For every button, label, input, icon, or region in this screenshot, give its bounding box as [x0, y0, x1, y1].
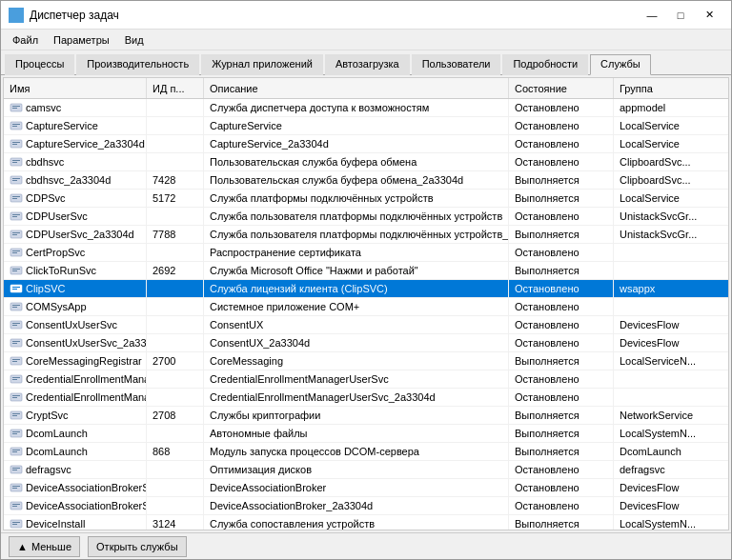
svg-rect-35 [12, 287, 20, 288]
svg-rect-11 [12, 142, 20, 143]
tab-services[interactable]: Службы [590, 54, 651, 75]
cell-status: Выполняется [509, 352, 614, 370]
svg-rect-21 [12, 198, 17, 199]
cell-status: Остановлено [509, 135, 614, 152]
minimize-button[interactable]: — [638, 6, 666, 25]
cell-desc: Служба диспетчера доступа к возможностям [204, 99, 509, 116]
cell-pid [147, 280, 204, 297]
cell-desc: CoreMessaging [204, 352, 509, 370]
cell-status: Остановлено [509, 479, 614, 496]
cell-desc: Пользовательская служба буфера обмена_2a… [204, 171, 509, 189]
table-row[interactable]: ClickToRunSvc 2692 Служба Microsoft Offi… [4, 262, 728, 280]
svg-rect-68 [12, 486, 20, 487]
cell-pid: 2708 [147, 407, 204, 424]
menu-view[interactable]: Вид [117, 32, 152, 48]
table-row[interactable]: ConsentUxUserSvc_2a3304d ConsentUX_2a330… [4, 334, 728, 352]
cell-pid [147, 117, 204, 134]
table-row[interactable]: cbdhsvc Пользовательская служба буфера о… [4, 153, 728, 171]
cell-group: DcomLaunch [614, 443, 728, 460]
cell-name: CDPUserSvc [4, 208, 147, 225]
cell-name: DcomLaunch [4, 425, 147, 442]
col-header-status[interactable]: Состояние [509, 78, 614, 98]
services-table-body[interactable]: camsvc Служба диспетчера доступа к возмо… [4, 99, 728, 530]
svg-rect-51 [12, 379, 17, 380]
col-header-desc[interactable]: Описание [204, 78, 509, 98]
table-row[interactable]: DeviceAssociationBrokerSvc... DeviceAsso… [4, 497, 728, 515]
tab-performance[interactable]: Производительность [76, 54, 199, 75]
cell-status: Выполняется [509, 407, 614, 424]
tab-details[interactable]: Подробности [502, 54, 588, 75]
table-row[interactable]: CDPUserSvc Служба пользователя платформы… [4, 208, 728, 226]
table-row[interactable]: camsvc Служба диспетчера доступа к возмо… [4, 99, 728, 117]
svg-rect-48 [12, 361, 17, 362]
svg-rect-44 [12, 341, 20, 342]
table-row[interactable]: CredentialEnrollmentMana... CredentialEn… [4, 370, 728, 389]
tab-startup[interactable]: Автозагрузка [325, 54, 410, 75]
service-icon [10, 336, 23, 350]
menu-parameters[interactable]: Параметры [46, 32, 117, 48]
svg-rect-60 [12, 433, 17, 434]
tab-processes[interactable]: Процессы [5, 54, 74, 75]
cell-pid [147, 461, 204, 478]
cell-group: DevicesFlow [614, 334, 728, 351]
col-header-group[interactable]: Группа [614, 78, 728, 98]
svg-rect-20 [12, 196, 20, 197]
cell-name: CDPUserSvc_2a3304d [4, 226, 147, 243]
table-row[interactable]: DeviceAssociationBrokerSvc DeviceAssocia… [4, 479, 728, 497]
table-row[interactable]: COMSysApp Системное приложение COM+ Оста… [4, 298, 728, 316]
svg-rect-1 [17, 10, 22, 14]
cell-desc: Служба сопоставления устройств [204, 515, 509, 530]
table-row[interactable]: CoreMessagingRegistrar 2700 CoreMessagin… [4, 352, 728, 370]
table-row[interactable]: CDPSvc 5172 Служба платформы подключённы… [4, 190, 728, 208]
cell-name: DeviceAssociationBrokerSvc [4, 479, 147, 496]
table-row[interactable]: CDPUserSvc_2a3304d 7788 Служба пользоват… [4, 226, 728, 244]
cell-desc: CredentialEnrollmentManagerUserSvc [204, 370, 509, 388]
service-icon [10, 173, 23, 187]
menu-file[interactable]: Файл [5, 32, 46, 48]
cell-group: appmodel [614, 99, 728, 116]
cell-name: camsvc [4, 99, 147, 116]
chevron-down-icon: ▲ [17, 541, 28, 552]
open-services-label: Открыть службы [96, 541, 178, 552]
service-icon [10, 101, 23, 114]
table-row[interactable]: DcomLaunch Автономные файлы Выполняется … [4, 425, 728, 443]
table-row[interactable]: defragsvc Оптимизация дисков Остановлено… [4, 461, 728, 479]
minimize-view-button[interactable]: ▲ Меньше [9, 536, 80, 557]
table-row[interactable]: DcomLaunch 868 Модуль запуска процессов … [4, 443, 728, 461]
cell-pid: 7428 [147, 171, 204, 189]
maximize-button[interactable]: □ [666, 6, 695, 25]
cell-name: DeviceInstall [4, 515, 147, 530]
table-row[interactable]: CredentialEnrollmentMana... CredentialEn… [4, 389, 728, 407]
col-header-pid[interactable]: ИД п... [147, 78, 204, 98]
cell-pid [147, 244, 204, 261]
table-row[interactable]: DeviceInstall 3124 Служба сопоставления … [4, 515, 728, 530]
cell-pid [147, 497, 204, 514]
table-row[interactable]: CaptureService CaptureService Остановлен… [4, 117, 728, 135]
app-icon [9, 8, 24, 23]
cell-status: Остановлено [509, 370, 614, 388]
title-bar-left: Диспетчер задач [9, 8, 119, 23]
table-row[interactable]: CertPropSvc Распространение сертификата … [4, 244, 728, 262]
open-services-button[interactable]: Открыть службы [88, 536, 187, 557]
table-row[interactable]: ClipSVC Служба лицензий клиента (ClipSVC… [4, 280, 728, 298]
tabs-bar: Процессы Производительность Журнал прило… [1, 50, 731, 75]
svg-rect-17 [12, 178, 20, 179]
cell-desc: Модуль запуска процессов DCOM-сервера [204, 443, 509, 460]
service-icon [10, 228, 23, 241]
col-header-name[interactable]: Имя [4, 78, 147, 98]
table-row[interactable]: CaptureService_2a3304d CaptureService_2a… [4, 135, 728, 153]
cell-name: CryptSvc [4, 407, 147, 424]
svg-rect-66 [12, 470, 17, 470]
table-row[interactable]: CryptSvc 2708 Службы криптографии Выполн… [4, 407, 728, 425]
cell-pid [147, 298, 204, 315]
table-row[interactable]: ConsentUxUserSvc ConsentUX Остановлено D… [4, 316, 728, 334]
cell-group: LocalService [614, 190, 728, 207]
cell-status: Выполняется [509, 190, 614, 207]
tab-app-history[interactable]: Журнал приложений [201, 54, 323, 75]
close-button[interactable]: ✕ [695, 6, 723, 25]
table-row[interactable]: cbdhsvc_2a3304d 7428 Пользовательская сл… [4, 171, 728, 190]
tab-users[interactable]: Пользователи [412, 54, 501, 75]
svg-rect-62 [12, 450, 20, 450]
svg-rect-75 [12, 524, 17, 525]
cell-status: Выполняется [509, 425, 614, 442]
